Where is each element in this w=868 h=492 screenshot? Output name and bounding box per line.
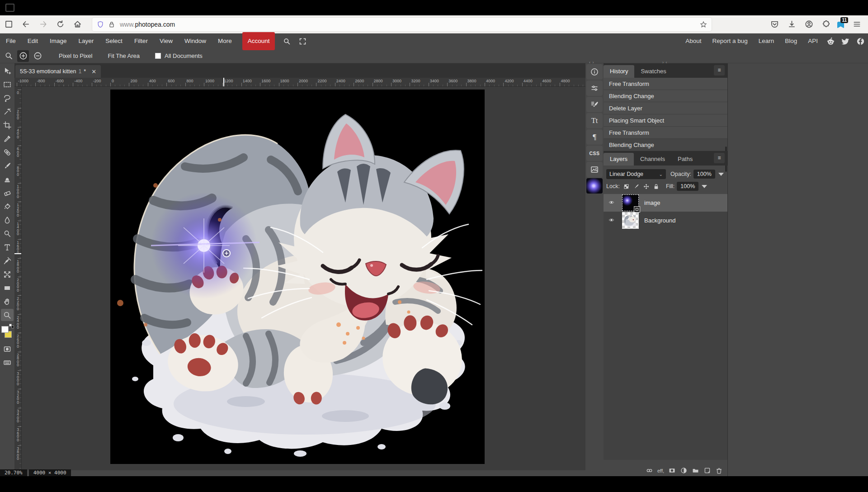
tool-paint-bucket[interactable] xyxy=(1,200,14,213)
layer-row[interactable]: image xyxy=(604,194,727,212)
document-tab[interactable]: 5S-33 emotional kitten 1 * ✕ xyxy=(15,65,101,78)
zoom-level[interactable]: 20.70% xyxy=(0,469,27,476)
menu-link-blog[interactable]: Blog xyxy=(779,33,802,49)
pocket-icon[interactable] xyxy=(768,18,781,31)
menu-item-layer[interactable]: Layer xyxy=(73,33,100,49)
tab-counter-icon[interactable]: 11 xyxy=(836,20,846,29)
lock-paint-icon[interactable] xyxy=(633,183,640,190)
tab-channels[interactable]: Channels xyxy=(634,153,671,166)
link-icon[interactable] xyxy=(646,467,653,474)
menu-link-report-a-bug[interactable]: Report a bug xyxy=(707,33,753,49)
side-icon-css[interactable]: CSS xyxy=(586,146,603,161)
zoom-in-option[interactable] xyxy=(17,50,29,62)
url-text[interactable]: www.photopea.com xyxy=(120,21,175,28)
menu-link-api[interactable]: API xyxy=(802,33,823,49)
layer-row[interactable]: Background xyxy=(604,212,727,229)
tool-keyboard[interactable] xyxy=(1,356,14,369)
search-icon[interactable] xyxy=(283,38,291,45)
default-background-swatch[interactable] xyxy=(11,326,14,328)
tool-magic-wand[interactable] xyxy=(1,105,14,118)
fullscreen-icon[interactable] xyxy=(299,38,307,45)
side-icon-info[interactable] xyxy=(586,64,603,80)
history-item[interactable]: Free Transform xyxy=(604,127,727,139)
canvas-area[interactable] xyxy=(22,87,585,470)
tool-brush[interactable] xyxy=(1,160,14,172)
tab-history[interactable]: History xyxy=(604,65,634,78)
zoom-out-option[interactable] xyxy=(32,50,43,62)
tool-rectangle[interactable] xyxy=(1,282,14,294)
new-layer-icon[interactable] xyxy=(703,467,711,474)
menu-item-select[interactable]: Select xyxy=(99,33,128,49)
foreground-color-swatch[interactable] xyxy=(1,326,9,333)
history-item[interactable]: Blending Change xyxy=(604,139,727,151)
menu-item-more[interactable]: More xyxy=(212,33,238,49)
fit-the-area-button[interactable]: Fit The Area xyxy=(108,52,140,59)
folder-icon[interactable] xyxy=(692,467,699,474)
history-item[interactable]: Blending Change xyxy=(604,90,727,102)
tool-pen[interactable] xyxy=(1,255,14,267)
document-canvas[interactable] xyxy=(110,90,485,464)
tool-blur[interactable] xyxy=(1,214,14,226)
opacity-value[interactable]: 100% xyxy=(693,170,715,179)
layer-name[interactable]: Background xyxy=(644,217,675,224)
tool-lasso[interactable] xyxy=(1,92,14,104)
panel-menu-icon[interactable]: ≡ xyxy=(714,65,725,76)
tracking-shield-icon[interactable] xyxy=(97,21,104,28)
tool-path-select[interactable] xyxy=(1,268,14,280)
tool-crop[interactable] xyxy=(1,119,14,131)
menu-item-edit[interactable]: Edit xyxy=(22,33,44,49)
menu-link-learn[interactable]: Learn xyxy=(753,33,780,49)
tool-move[interactable] xyxy=(1,65,14,77)
tool-zoom[interactable] xyxy=(1,309,14,321)
close-icon[interactable]: ✕ xyxy=(91,68,96,75)
history-item[interactable]: Placing Smart Object xyxy=(604,114,727,127)
back-icon[interactable] xyxy=(19,18,33,31)
side-icon-pattern-thumb[interactable] xyxy=(586,178,603,194)
blend-mode-select[interactable]: Linear Dodge⌄ xyxy=(606,169,666,179)
tab-overview-icon[interactable] xyxy=(2,18,15,31)
browser-tab-icon[interactable] xyxy=(5,4,14,12)
lock-position-icon[interactable] xyxy=(643,183,650,190)
adjustment-icon[interactable] xyxy=(680,467,688,474)
menu-item-filter[interactable]: Filter xyxy=(128,33,154,49)
reddit-icon[interactable] xyxy=(826,37,835,46)
lock-transparency-icon[interactable] xyxy=(623,183,630,190)
fill-dropdown-icon[interactable] xyxy=(702,185,707,188)
tab-paths[interactable]: Paths xyxy=(671,153,699,166)
panel-menu-icon[interactable]: ≡ xyxy=(714,153,725,163)
tool-marquee[interactable] xyxy=(1,78,14,90)
bookmark-star-icon[interactable] xyxy=(700,21,707,28)
layer-thumbnail[interactable] xyxy=(622,212,639,229)
reload-icon[interactable] xyxy=(53,18,67,31)
history-item[interactable]: Free Transform xyxy=(604,78,727,90)
tool-clone-stamp[interactable] xyxy=(1,173,14,185)
tool-quick-mask[interactable] xyxy=(1,343,14,355)
facebook-icon[interactable] xyxy=(856,37,865,46)
all-documents-checkbox[interactable] xyxy=(155,53,161,59)
forward-icon[interactable] xyxy=(36,18,50,31)
side-icon-brush-settings[interactable] xyxy=(586,97,603,112)
tool-dodge[interactable] xyxy=(1,227,14,240)
pixel-to-pixel-button[interactable]: Pixel to Pixel xyxy=(59,52,92,59)
side-icon-glyphs[interactable]: Tt xyxy=(586,113,603,128)
layer-name[interactable]: image xyxy=(644,199,660,206)
account-button[interactable]: Account xyxy=(242,32,275,50)
tab-layers[interactable]: Layers xyxy=(604,153,634,166)
collapse-left-arrows[interactable]: ‹ › xyxy=(589,60,594,65)
delete-icon[interactable] xyxy=(715,467,723,474)
tool-heal[interactable] xyxy=(1,146,14,158)
menu-item-file[interactable]: File xyxy=(0,33,22,49)
menu-link-about[interactable]: About xyxy=(680,33,707,49)
layer-visibility-eye-icon[interactable] xyxy=(607,217,616,225)
side-icon-paragraph[interactable]: ¶ xyxy=(586,129,603,145)
side-icon-image-panel[interactable] xyxy=(586,162,603,177)
tool-type[interactable] xyxy=(1,241,14,253)
menu-item-image[interactable]: Image xyxy=(44,33,73,49)
effects-icon[interactable]: eff, xyxy=(657,468,664,473)
tool-hand[interactable] xyxy=(1,295,14,308)
layer-visibility-eye-icon[interactable] xyxy=(607,199,616,207)
account-icon[interactable] xyxy=(802,18,816,31)
opacity-dropdown-icon[interactable] xyxy=(718,173,724,176)
download-icon[interactable] xyxy=(785,18,798,31)
tab-swatches[interactable]: Swatches xyxy=(634,65,672,78)
